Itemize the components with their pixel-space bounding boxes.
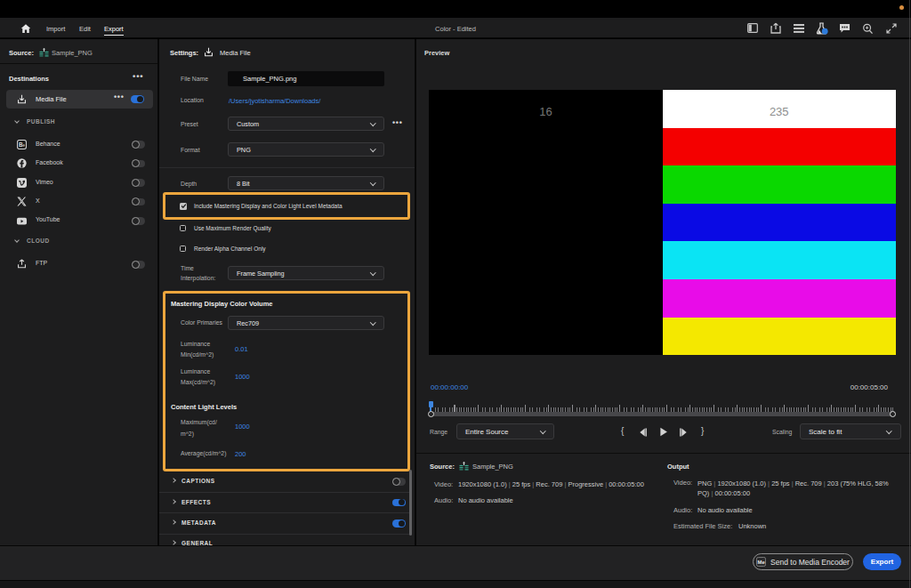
svg-text:Me: Me: [758, 560, 766, 565]
svg-text:e: e: [22, 142, 25, 147]
